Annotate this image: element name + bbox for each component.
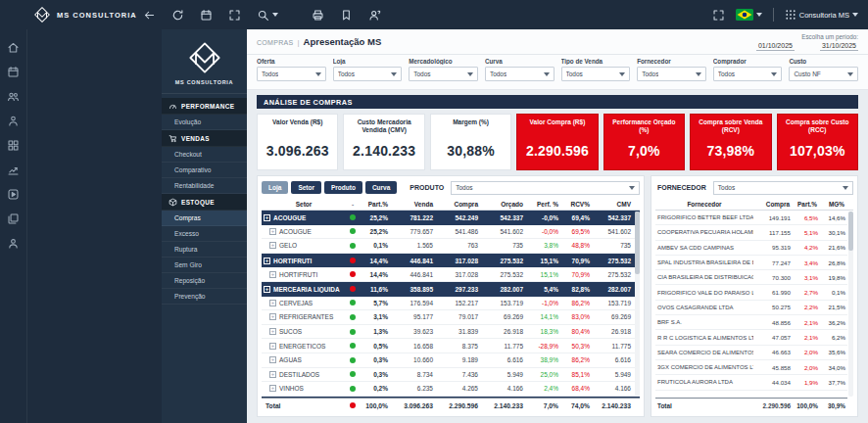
expand-icon[interactable]: + xyxy=(264,258,270,264)
expand-icon[interactable]: + xyxy=(269,343,276,350)
expand-icon[interactable]: + xyxy=(264,214,270,221)
column-header-venda[interactable]: Venda xyxy=(391,201,436,208)
filter-dropdown-mercadologico[interactable]: Todos xyxy=(409,67,478,81)
sector-row-gelo[interactable]: +GELO0,1%1.5657637353,8%48,8%735 xyxy=(262,239,640,254)
expand-icon[interactable]: + xyxy=(264,286,270,293)
supplier-row-ovos-casagrande-ltda[interactable]: OVOS CASAGRANDE LTDA50.2752,2%21,5% xyxy=(655,301,847,315)
sector-row-acougue[interactable]: +ACOUGUE25,2%781.222542.249542.337-0,0%6… xyxy=(262,211,640,225)
column-header-mg[interactable]: MG% xyxy=(820,201,847,208)
sector-row-vinhos[interactable]: +VINHOS0,2%6.2354.2654.1662,4%68,4%4.166 xyxy=(262,382,640,397)
supplier-row-fruticola-aurora-ltda[interactable]: FRUTICOLA AURORA LTDA44.0341,9%37,7% xyxy=(655,375,847,390)
calendar-button[interactable] xyxy=(200,9,213,22)
tab-curva[interactable]: Curva xyxy=(365,181,397,194)
column-header-fornecedor[interactable]: Fornecedor xyxy=(655,201,753,208)
column-header-part[interactable]: Part.% xyxy=(793,201,820,208)
print-button[interactable] xyxy=(312,9,324,22)
filter-dropdown-curva[interactable]: Todos xyxy=(485,67,555,81)
scrollbar[interactable] xyxy=(635,212,640,397)
back-button[interactable] xyxy=(143,9,156,22)
column-header-orcado[interactable]: Orçado xyxy=(481,201,526,208)
expand-icon[interactable]: + xyxy=(269,313,276,320)
rail-chart-button[interactable] xyxy=(7,164,20,176)
column-header-part[interactable]: Part.% xyxy=(360,201,391,208)
supplier-row-ambev-sa-cdd-campinas[interactable]: AMBEV SA CDD CAMPINAS95.3194,2%21,6% xyxy=(655,241,847,256)
menu-item-sem-giro[interactable]: Sem Giro xyxy=(162,258,247,273)
rail-video-button[interactable] xyxy=(7,188,20,201)
rail-calendar-button[interactable] xyxy=(7,66,20,78)
supplier-row-frigorifico-better-beef-ltdaaracatuba[interactable]: FRIGORIFICO BETTER BEEF LTDAARACATUBA149… xyxy=(655,211,847,225)
supplier-row-cooperativa-pecuaria-holambra[interactable]: COOPERATIVA PECUARIA HOLAMBRA117.1555,1%… xyxy=(655,225,847,240)
rail-team-button[interactable] xyxy=(7,115,20,127)
menu-item-comparativo[interactable]: Comparativo xyxy=(162,163,247,178)
rail-home-button[interactable] xyxy=(7,41,20,54)
supplier-total-row[interactable]: Total2.290.596100,0%30,9% xyxy=(655,398,847,412)
sector-row-mercearia-liquida[interactable]: +MERCEARIA LIQUIDA11,6%358.895297.233282… xyxy=(262,282,640,297)
tab-loja[interactable]: Loja xyxy=(262,181,288,194)
expand-icon[interactable]: + xyxy=(269,271,276,278)
expand-icon[interactable]: + xyxy=(269,356,276,363)
sector-row-item[interactable]: + xyxy=(262,397,640,398)
filter-dropdown-oferta[interactable]: Todos xyxy=(257,67,326,81)
column-header-compra[interactable]: Compra xyxy=(753,201,793,208)
expand-icon[interactable]: + xyxy=(269,385,276,392)
scrollbar[interactable] xyxy=(848,212,853,397)
supplier-row-frigorifico-vale-do-paraiso-ltda[interactable]: FRIGORIFICO VALE DO PARAISO LTDA61.9902,… xyxy=(655,285,847,300)
sector-row-aguas[interactable]: +AGUAS0,3%10.6609.1896.61638,9%86,2%6.61… xyxy=(262,353,640,368)
search-button[interactable] xyxy=(257,9,278,22)
menu-item-prevencao[interactable]: Prevenção xyxy=(162,289,247,305)
menu-item-evolucao[interactable]: Evolução xyxy=(162,115,247,130)
scrollbar-thumb[interactable] xyxy=(635,212,640,274)
period-start-date[interactable]: 01/10/2025 xyxy=(756,42,795,51)
expand-icon[interactable]: + xyxy=(269,300,276,306)
supplier-row-seara-comercio-de-alimentos-lt[interactable]: SEARA COMERCIO DE ALIMENTOS LT46.6632,0%… xyxy=(655,346,847,360)
rail-users-button[interactable] xyxy=(7,90,20,103)
column-header-setor[interactable]: Setor xyxy=(262,201,346,208)
fullscreen-button[interactable] xyxy=(228,9,241,22)
expand-icon[interactable]: + xyxy=(269,228,276,235)
menu-item-reposicao[interactable]: Reposição xyxy=(162,273,247,289)
column-header-cmv[interactable]: CMV xyxy=(593,201,634,208)
refresh-button[interactable] xyxy=(171,9,184,22)
sector-row-acougue[interactable]: +ACOUGUE25,2%779.657541.486541.602-0,0%6… xyxy=(262,225,640,240)
sector-row-refrigerantes[interactable]: +REFRIGERANTES3,1%95.17779.01769.26914,1… xyxy=(262,310,640,325)
menu-section-estoque[interactable]: ESTOQUE xyxy=(162,194,247,211)
menu-item-rentabilidade[interactable]: Rentabilidade xyxy=(162,178,247,194)
supplier-row-3gx-comercio-de-alimentos-ltda[interactable]: 3GX COMERCIO DE ALIMENTOS LTDA45.8582,0%… xyxy=(655,360,847,375)
sector-row-cervejas[interactable]: +CERVEJAS5,7%176.594152.217153.719-1,0%8… xyxy=(262,297,640,311)
supplier-row-spal-industria-brasileira-de-bebidas-s[interactable]: SPAL INDUSTRIA BRASILEIRA DE BEBIDAS S77… xyxy=(655,256,847,270)
filter-dropdown-fornecedor[interactable]: Todos xyxy=(637,67,706,81)
supplier-row-brf-s-a[interactable]: BRF S.A.48.8562,1%36,2% xyxy=(655,315,847,330)
menu-section-performance[interactable]: PERFORMANCE xyxy=(162,98,247,115)
expand-icon[interactable]: + xyxy=(269,371,276,378)
product-dropdown[interactable]: Todos xyxy=(451,181,640,195)
sector-row-sucos[interactable]: +SUCOS1,3%39.62331.83926.91818,3%80,4%26… xyxy=(262,325,640,340)
supplier-row-cia-brasileira-de-distribuicao[interactable]: CIA BRASILEIRA DE DISTRIBUICAO70.3003,1%… xyxy=(655,270,847,285)
sector-row-destilados[interactable]: +DESTILADOS0,3%8.7347.4365.94925,0%85,1%… xyxy=(262,368,640,383)
sector-row-energeticos[interactable]: +ENERGETICOS0,5%16.6588.37511.775-28,9%5… xyxy=(262,339,640,353)
tab-setor[interactable]: Setor xyxy=(291,181,321,194)
rail-layers-button[interactable] xyxy=(7,212,20,225)
language-selector[interactable] xyxy=(736,9,762,21)
expand-icon[interactable]: + xyxy=(269,242,276,249)
user-help-button[interactable] xyxy=(368,9,381,22)
sector-row-hortifruti[interactable]: +HORTIFRUTI14,4%446.841317.028275.53215,… xyxy=(262,254,640,268)
app-switcher[interactable]: Consultoria MS xyxy=(785,9,858,21)
scrollbar-thumb[interactable] xyxy=(848,212,853,251)
expand-icon[interactable]: + xyxy=(269,328,276,335)
column-header-item[interactable]: - xyxy=(346,201,360,208)
filter-dropdown-custo[interactable]: Custo NF xyxy=(789,67,858,81)
filter-dropdown-tipo-de-venda[interactable]: Todos xyxy=(561,67,631,81)
menu-item-compras[interactable]: Compras xyxy=(162,211,247,226)
menu-section-vendas[interactable]: VENDAS xyxy=(162,130,247,147)
filter-dropdown-comprador[interactable]: Todos xyxy=(713,67,783,81)
supplier-row-r-r-c-logistica-e-alimentos-ltda[interactable]: R R C LOGISTICA E ALIMENTOS LTDA47.0572,… xyxy=(655,330,847,345)
column-header-compra[interactable]: Compra xyxy=(436,201,481,208)
column-header-rcv[interactable]: RCV% xyxy=(561,201,593,208)
menu-item-checkout[interactable]: Checkout xyxy=(162,147,247,163)
filter-dropdown-loja[interactable]: Todos xyxy=(333,67,403,81)
menu-item-ruptura[interactable]: Ruptura xyxy=(162,242,247,258)
period-end-date[interactable]: 31/10/2025 xyxy=(820,42,858,51)
bookmark-button[interactable] xyxy=(340,9,353,22)
sector-total-row[interactable]: Total100,0%3.096.2632.290.5962.140.2337,… xyxy=(262,398,640,412)
expand-view-button[interactable] xyxy=(712,9,725,22)
